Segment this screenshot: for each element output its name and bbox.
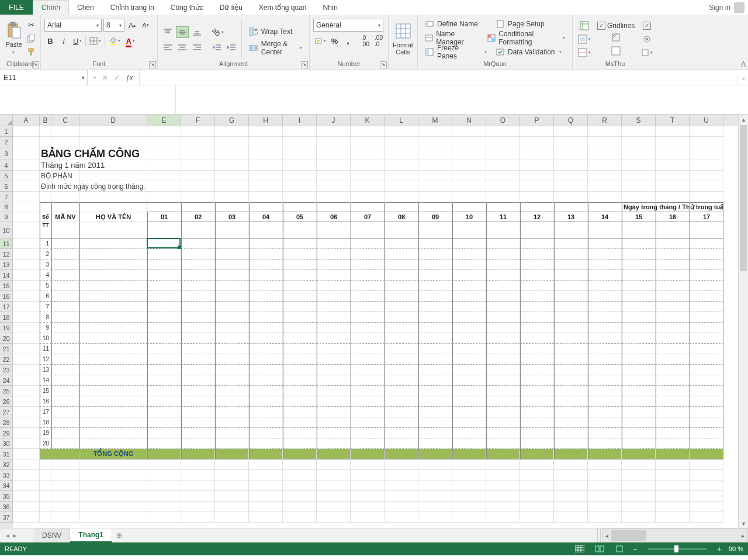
cell-K22[interactable] xyxy=(351,354,385,365)
cell-J12[interactable] xyxy=(317,249,351,260)
cell-L16[interactable] xyxy=(385,291,418,302)
cell-Q2[interactable] xyxy=(554,137,588,147)
cell-U33[interactable] xyxy=(690,470,723,481)
cancel-formula-button[interactable]: ✕ xyxy=(102,74,108,82)
column-headers[interactable]: ABCDEFGHIJKLMNOPQRSTU xyxy=(13,115,738,126)
cell-I4[interactable] xyxy=(283,160,317,171)
cell-Q10[interactable] xyxy=(554,222,588,238)
cell-Q16[interactable] xyxy=(554,291,588,302)
column-header-H[interactable]: H xyxy=(249,115,283,126)
cell-O30[interactable] xyxy=(486,438,520,449)
cell-B4[interactable]: Tháng 1 năm 2011 xyxy=(40,160,51,171)
cell-Q27[interactable] xyxy=(554,407,588,417)
cell-A13[interactable] xyxy=(13,260,40,270)
cell-S28[interactable] xyxy=(622,417,656,428)
cell-D36[interactable] xyxy=(79,502,147,512)
cell-D13[interactable] xyxy=(79,260,147,270)
cell-C6[interactable] xyxy=(51,181,79,192)
cell-O23[interactable] xyxy=(486,365,520,375)
copy-button[interactable] xyxy=(25,33,37,44)
cell-T36[interactable] xyxy=(656,502,690,512)
cell-Q18[interactable] xyxy=(554,312,588,323)
cell-U37[interactable] xyxy=(690,512,723,523)
cell-A17[interactable] xyxy=(13,302,40,312)
cell-E16[interactable] xyxy=(147,291,181,302)
cell-P5[interactable] xyxy=(520,171,554,181)
cell-K3[interactable] xyxy=(351,147,385,160)
comma-button[interactable]: , xyxy=(342,35,354,47)
cell-C12[interactable] xyxy=(51,249,79,260)
column-header-A[interactable]: A xyxy=(13,115,40,126)
cell-D11[interactable] xyxy=(79,238,147,249)
column-header-Q[interactable]: Q xyxy=(554,115,588,126)
cell-F13[interactable] xyxy=(181,260,215,270)
cell-B1[interactable] xyxy=(40,126,51,137)
cell-C8[interactable] xyxy=(51,202,79,212)
cell-F37[interactable] xyxy=(181,512,215,523)
cell-K16[interactable] xyxy=(351,291,385,302)
msthu-btn6[interactable] xyxy=(639,47,654,58)
cell-I3[interactable] xyxy=(283,147,317,160)
row-header-6[interactable]: 6 xyxy=(0,181,13,192)
collapse-ribbon-button[interactable]: ᐱ xyxy=(741,60,746,68)
cell-F14[interactable] xyxy=(181,270,215,281)
column-header-N[interactable]: N xyxy=(452,115,486,126)
cell-O3[interactable] xyxy=(486,147,520,160)
row-header-19[interactable]: 19 xyxy=(0,323,13,333)
cell-U9[interactable]: 17 xyxy=(690,212,723,222)
cell-C13[interactable] xyxy=(51,260,79,270)
cell-G32[interactable] xyxy=(215,459,249,470)
cell-P32[interactable] xyxy=(520,459,554,470)
cell-B3[interactable]: BẢNG CHẤM CÔNG xyxy=(40,147,51,160)
cell-E34[interactable] xyxy=(147,481,181,491)
cell-M23[interactable] xyxy=(418,365,452,375)
cell-S11[interactable] xyxy=(622,238,656,249)
cell-E6[interactable] xyxy=(147,181,181,192)
format-cells-button[interactable]: Format Cells xyxy=(392,16,414,60)
cell-S25[interactable] xyxy=(622,386,656,396)
cell-O16[interactable] xyxy=(486,291,520,302)
cell-S4[interactable] xyxy=(622,160,656,171)
decrease-font-button[interactable]: A▾ xyxy=(140,19,151,31)
vscroll-thumb[interactable] xyxy=(740,125,747,271)
gridlines-checkbox[interactable]: ✓ xyxy=(597,22,605,30)
cell-J3[interactable] xyxy=(317,147,351,160)
cell-C7[interactable] xyxy=(51,192,79,202)
cell-C3[interactable] xyxy=(51,147,79,160)
cell-G5[interactable] xyxy=(215,171,249,181)
row-header-3[interactable]: 3 xyxy=(0,147,13,160)
cell-U18[interactable] xyxy=(690,312,723,323)
cell-J30[interactable] xyxy=(317,438,351,449)
cell-S29[interactable] xyxy=(622,428,656,438)
column-header-U[interactable]: U xyxy=(690,115,723,126)
cell-A25[interactable] xyxy=(13,386,40,396)
cell-G27[interactable] xyxy=(215,407,249,417)
cell-I9[interactable]: 05 xyxy=(283,212,317,222)
cell-L36[interactable] xyxy=(385,502,418,512)
cell-U2[interactable] xyxy=(690,137,723,147)
msthu-chk2[interactable]: ✓ xyxy=(639,20,654,32)
cell-D1[interactable] xyxy=(79,126,147,137)
cell-A34[interactable] xyxy=(13,481,40,491)
cell-I2[interactable] xyxy=(283,137,317,147)
fx-dropdown-icon[interactable]: ▾ xyxy=(94,75,96,81)
cell-Q32[interactable] xyxy=(554,459,588,470)
cell-J14[interactable] xyxy=(317,270,351,281)
cell-F6[interactable] xyxy=(181,181,215,192)
cell-J13[interactable] xyxy=(317,260,351,270)
cell-S22[interactable] xyxy=(622,354,656,365)
cell-H34[interactable] xyxy=(249,481,283,491)
cell-T2[interactable] xyxy=(656,137,690,147)
cell-L23[interactable] xyxy=(385,365,418,375)
cell-F18[interactable] xyxy=(181,312,215,323)
freeze-panes-button[interactable]: Freeze Panes▾ xyxy=(421,46,490,58)
cell-P31[interactable] xyxy=(520,449,554,459)
cell-M3[interactable] xyxy=(418,147,452,160)
cell-I17[interactable] xyxy=(283,302,317,312)
cell-R4[interactable] xyxy=(588,160,622,171)
accounting-format-button[interactable] xyxy=(313,35,327,47)
cell-G18[interactable] xyxy=(215,312,249,323)
cell-N1[interactable] xyxy=(452,126,486,137)
cell-C27[interactable] xyxy=(51,407,79,417)
cell-R8[interactable] xyxy=(588,202,622,212)
